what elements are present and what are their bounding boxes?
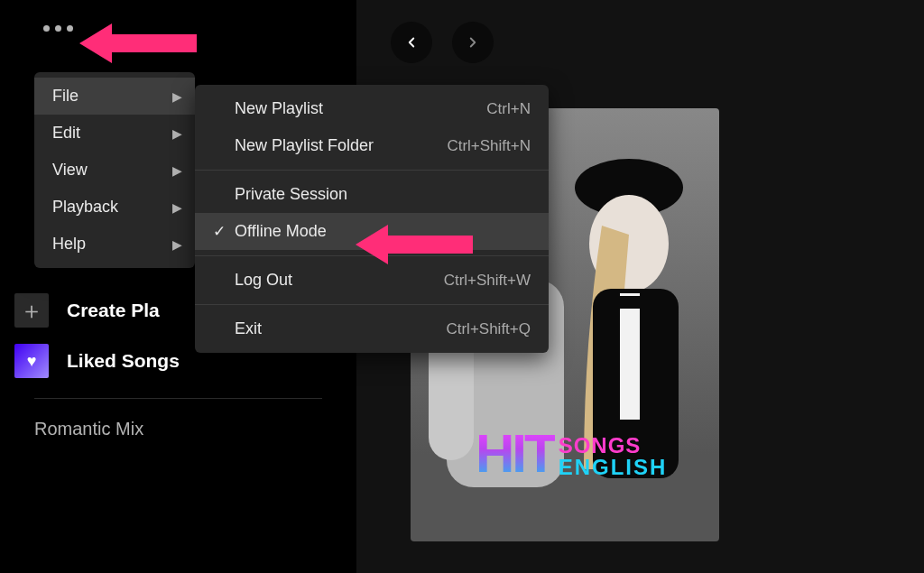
submenu-item-label: Log Out [235,271,444,290]
submenu-separator [195,304,549,305]
chevron-left-icon [403,34,420,51]
playlist-item-romantic-mix[interactable]: Romantic Mix [14,399,342,439]
svg-rect-7 [618,296,642,309]
submenu-item-new-playlist[interactable]: New Playlist Ctrl+N [195,90,549,127]
ellipsis-dot-icon [55,25,61,32]
menu-item-edit[interactable]: Edit ▶ [34,115,195,152]
create-playlist-label: Create Pla [67,300,160,321]
submenu-item-shortcut: Ctrl+N [486,100,531,118]
nav-buttons [391,22,924,63]
submenu-item-label: New Playlist [235,99,486,118]
menu-item-label: Playback [52,198,118,217]
submenu-item-label: Private Session [235,185,531,204]
submenu-item-new-folder[interactable]: New Playlist Folder Ctrl+Shift+N [195,127,549,164]
caret-right-icon: ▶ [172,126,182,141]
svg-rect-6 [620,293,640,420]
caret-right-icon: ▶ [172,200,182,215]
menu-item-help[interactable]: Help ▶ [34,226,195,263]
liked-songs-label: Liked Songs [67,350,180,372]
svg-marker-9 [356,225,473,264]
annotation-arrow-offline [356,219,473,270]
ellipsis-dot-icon [67,25,73,32]
submenu-item-private-session[interactable]: Private Session [195,176,549,213]
submenu-item-shortcut: Ctrl+Shift+N [447,137,531,155]
cover-logo: HIT SONGS ENGLISH [476,430,667,478]
submenu-separator [195,170,549,171]
submenu-item-exit[interactable]: Exit Ctrl+Shift+Q [195,310,549,347]
submenu-item-shortcut: Ctrl+Shift+W [444,272,531,290]
heart-icon: ♥ [14,344,49,378]
nav-forward-button[interactable] [452,22,494,63]
ellipsis-dot-icon [43,25,50,32]
caret-right-icon: ▶ [172,163,182,178]
check-icon: ✓ [213,222,235,241]
submenu-item-label: Exit [235,319,446,338]
cover-hit-text: HIT [476,430,555,478]
svg-marker-8 [79,23,197,63]
menu-item-label: Edit [52,124,80,143]
nav-back-button[interactable] [391,22,432,63]
menu-item-label: Help [52,235,86,254]
menu-item-label: File [52,87,79,106]
context-menu: File ▶ Edit ▶ View ▶ Playback ▶ Help ▶ [34,72,195,268]
cover-english-text: ENGLISH [559,457,668,478]
menu-item-label: View [52,161,88,180]
menu-item-file[interactable]: File ▶ [34,78,195,115]
caret-right-icon: ▶ [172,237,182,252]
menu-item-playback[interactable]: Playback ▶ [34,189,195,226]
submenu-item-label: New Playlist Folder [235,136,447,155]
chevron-right-icon [465,34,481,51]
menu-item-view[interactable]: View ▶ [34,152,195,189]
caret-right-icon: ▶ [172,89,182,104]
plus-icon: ＋ [14,293,49,328]
cover-songs-text: SONGS [559,435,668,457]
submenu-item-shortcut: Ctrl+Shift+Q [446,320,531,338]
annotation-arrow-ellipsis [79,18,197,69]
